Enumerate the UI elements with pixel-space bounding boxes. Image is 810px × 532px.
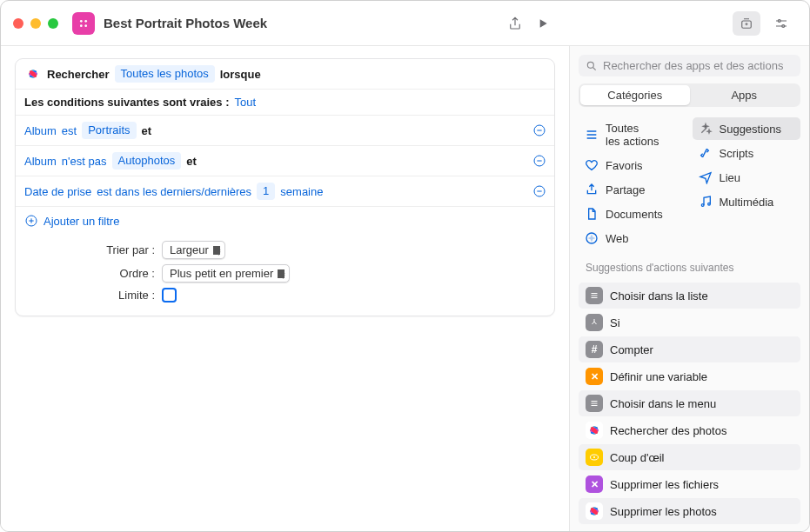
search-actions-input[interactable]: Rechercher des apps et des actions (579, 55, 800, 76)
filter-op[interactable]: n'est pas (62, 155, 107, 168)
remove-filter-button[interactable] (532, 153, 547, 169)
library-segment: Catégories Apps (579, 83, 800, 107)
svg-point-2 (80, 24, 83, 27)
settings-toggle[interactable] (767, 11, 795, 36)
filter-value[interactable]: Portraits (82, 122, 136, 139)
remove-filter-button[interactable] (532, 123, 547, 138)
photos-icon (586, 502, 603, 520)
search-scope[interactable]: Toutes les photos (115, 65, 215, 83)
conditions-mode[interactable]: Tout (235, 96, 257, 109)
remove-filter-button[interactable] (532, 183, 547, 199)
suggestion-item[interactable]: Choisir dans la liste (579, 283, 800, 309)
search-placeholder: Rechercher des apps et des actions (603, 59, 783, 72)
action-icon (586, 314, 603, 331)
filter-unit[interactable]: semaine (280, 185, 323, 198)
suggestion-label: Supprimer les photos (610, 505, 717, 518)
svg-point-32 (593, 456, 595, 458)
suggestion-item[interactable]: #Compter (579, 336, 800, 362)
suggestion-item[interactable]: Choisir dans le menu (579, 390, 800, 416)
limit-label: Limite : (24, 289, 155, 302)
order-label: Ordre : (24, 267, 155, 280)
zoom-window[interactable] (48, 18, 58, 29)
add-filter-button[interactable]: Ajouter un filtre (16, 206, 554, 235)
svg-point-21 (701, 204, 704, 207)
filter-row: Album n'est pas Autophotos et (16, 145, 554, 176)
limit-checkbox[interactable] (162, 288, 177, 303)
cat-documents[interactable]: Documents (579, 203, 687, 225)
suggestion-label: Si (610, 316, 620, 329)
close-window[interactable] (13, 18, 23, 29)
filter-op[interactable]: est (62, 124, 77, 137)
cat-media[interactable]: Multimédia (693, 190, 801, 213)
run-button[interactable] (529, 11, 557, 36)
search-icon (586, 60, 598, 72)
filter-op[interactable]: est dans les derniers/dernières (97, 185, 251, 198)
filter-field[interactable]: Album (24, 155, 57, 168)
share-button[interactable] (501, 11, 529, 36)
svg-point-19 (587, 62, 593, 68)
cat-web[interactable]: Web (579, 227, 687, 249)
filter-row: Date de prise est dans les derniers/dern… (16, 176, 554, 206)
suggestion-item[interactable]: Coup d'œil (579, 444, 800, 470)
segment-apps[interactable]: Apps (690, 85, 800, 105)
suggestion-label: Supprimer les fichiers (610, 478, 719, 491)
filter-row: Album est Portraits et (16, 115, 554, 145)
segment-categories[interactable]: Catégories (580, 85, 690, 105)
suggestion-label: Choisir dans le menu (610, 397, 716, 410)
library-toggle[interactable] (733, 11, 760, 36)
svg-point-3 (84, 24, 87, 27)
sort-by-label: Trier par : (24, 243, 155, 256)
suggestion-item[interactable]: ✕Supprimer les fichiers (579, 471, 800, 497)
suggestion-label: Choisir dans la liste (610, 289, 708, 303)
action-icon: ✕ (586, 475, 603, 493)
conditions-label: Les conditions suivantes sont vraies : (24, 96, 230, 109)
filter-conj: et (186, 155, 197, 168)
cat-sharing[interactable]: Partage (579, 178, 687, 201)
action-icon (586, 395, 603, 412)
order-select[interactable]: Plus petit en premier ▴▾ (162, 264, 290, 283)
filter-value[interactable]: Autophotos (112, 152, 182, 170)
suggestion-item[interactable]: ✕Définir une variable (579, 363, 800, 389)
photos-icon (586, 422, 603, 439)
svg-point-1 (84, 20, 87, 23)
suggestions-header: Suggestions d'actions suivantes (579, 256, 800, 276)
cat-suggestions[interactable]: Suggestions (693, 117, 801, 140)
svg-point-0 (80, 20, 83, 23)
action-icon: ✕ (586, 368, 603, 385)
shortcut-icon (72, 12, 95, 35)
window-title: Best Portrait Photos Week (104, 16, 267, 30)
sort-by-select[interactable]: Largeur ▴▾ (162, 241, 225, 259)
minimize-window[interactable] (30, 18, 41, 29)
filter-field[interactable]: Album (24, 124, 57, 137)
action-icon: # (586, 341, 603, 358)
suggestion-label: Définir une variable (610, 370, 707, 383)
svg-point-22 (707, 203, 710, 205)
action-icon (586, 287, 603, 304)
filter-field[interactable]: Date de prise (24, 185, 91, 198)
cat-all-actions[interactable]: Toutes les actions (579, 117, 687, 152)
caret-icon: ▴▾ (217, 245, 221, 256)
suggestion-item[interactable]: Si (579, 309, 800, 336)
filter-value[interactable]: 1 (257, 183, 275, 200)
action-verb: Rechercher (47, 68, 110, 81)
suggestion-label: Rechercher des photos (610, 424, 726, 437)
suggestion-label: Coup d'œil (610, 451, 664, 464)
find-photos-action: Rechercher Toutes les photos lorsque Les… (15, 58, 555, 316)
action-icon (586, 449, 603, 466)
filter-conj: et (142, 124, 152, 137)
cat-favorites[interactable]: Favoris (579, 154, 687, 176)
suggestion-label: Compter (610, 343, 653, 356)
suggestion-item[interactable]: Rechercher des photos (579, 417, 800, 443)
plus-circle-icon (24, 214, 38, 228)
suggestion-item[interactable]: Supprimer les photos (579, 498, 800, 524)
cat-location[interactable]: Lieu (693, 166, 801, 189)
when-label: lorsque (220, 68, 261, 81)
photos-app-icon (24, 65, 42, 83)
caret-icon: ▴▾ (281, 269, 285, 279)
cat-scripting[interactable]: Scripts (693, 142, 801, 164)
add-filter-label: Ajouter un filtre (44, 215, 119, 228)
